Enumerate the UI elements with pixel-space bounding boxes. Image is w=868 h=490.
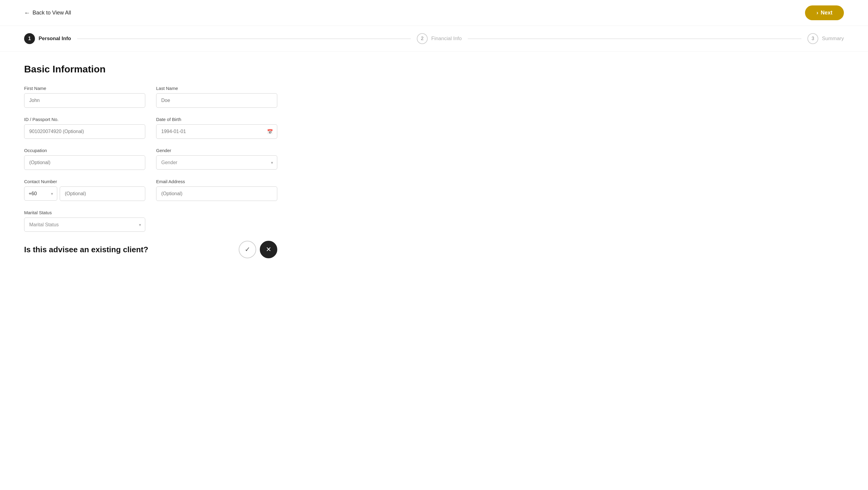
phone-group: +60 +1 +44 ▾ [24,186,145,201]
first-name-label: First Name [24,86,145,91]
phone-code-wrapper: +60 +1 +44 ▾ [24,186,57,201]
existing-client-question: Is this advisee an existing client? [24,245,148,254]
dob-label: Date of Birth [156,117,277,122]
back-label: Back to View All [33,10,71,16]
gender-select-wrapper: Gender Male Female ▾ [156,155,277,170]
section-title: Basic Information [24,64,277,75]
last-name-label: Last Name [156,86,277,91]
step-2-label: Financial Info [431,36,462,41]
close-icon: ✕ [266,246,271,254]
first-name-group: First Name [24,86,145,108]
contact-number-label: Contact Number [24,179,145,184]
email-label: Email Address [156,179,277,184]
occupation-input[interactable] [24,155,145,170]
no-button[interactable]: ✕ [260,241,277,258]
step-1[interactable]: 1 Personal Info [24,33,71,44]
placeholder-group [156,210,277,232]
step-1-circle: 1 [24,33,35,44]
gender-label: Gender [156,148,277,153]
next-button[interactable]: › Next [805,5,844,20]
email-input[interactable] [156,186,277,201]
checkmark-icon: ✓ [245,246,250,254]
first-name-input[interactable] [24,93,145,108]
step-2[interactable]: 2 Financial Info [417,33,462,44]
existing-client-row: Is this advisee an existing client? ✓ ✕ [24,241,277,258]
gender-select[interactable]: Gender Male Female [156,155,277,170]
last-name-group: Last Name [156,86,277,108]
yes-button[interactable]: ✓ [239,241,256,258]
dob-input-wrapper: 📅 [156,124,277,139]
id-passport-input[interactable] [24,124,145,139]
back-arrow-icon: ← [24,9,30,16]
calendar-icon: 📅 [267,129,273,135]
last-name-input[interactable] [156,93,277,108]
contact-number-group: Contact Number +60 +1 +44 ▾ [24,179,145,201]
next-icon: › [816,10,818,16]
marital-status-label: Marital Status [24,210,145,215]
answer-buttons: ✓ ✕ [239,241,277,258]
marital-status-select[interactable]: Marital Status Single Married Divorced W… [24,218,145,232]
form-row-name: First Name Last Name [24,86,277,108]
step-3-label: Summary [822,36,844,41]
next-label: Next [821,10,832,16]
form-row-contact-email: Contact Number +60 +1 +44 ▾ Email Addres… [24,179,277,201]
back-link[interactable]: ← Back to View All [24,9,71,16]
marital-status-select-wrapper: Marital Status Single Married Divorced W… [24,218,145,232]
id-passport-group: ID / Passport No. [24,117,145,139]
header: ← Back to View All › Next [0,0,868,26]
step-1-label: Personal Info [38,36,71,41]
step-3[interactable]: 3 Summary [807,33,844,44]
occupation-label: Occupation [24,148,145,153]
stepper: 1 Personal Info 2 Financial Info 3 Summa… [0,26,868,52]
main-content: Basic Information First Name Last Name I… [0,52,301,282]
form-row-id-dob: ID / Passport No. Date of Birth 📅 [24,117,277,139]
id-passport-label: ID / Passport No. [24,117,145,122]
phone-number-input[interactable] [60,186,145,201]
dob-input[interactable] [156,124,277,139]
email-group: Email Address [156,179,277,201]
marital-status-group: Marital Status Marital Status Single Mar… [24,210,145,232]
dob-group: Date of Birth 📅 [156,117,277,139]
gender-group: Gender Gender Male Female ▾ [156,148,277,170]
occupation-group: Occupation [24,148,145,170]
step-2-circle: 2 [417,33,428,44]
step-3-circle: 3 [807,33,818,44]
form-row-occupation-gender: Occupation Gender Gender Male Female ▾ [24,148,277,170]
phone-code-select[interactable]: +60 +1 +44 [24,186,57,201]
form-row-marital: Marital Status Marital Status Single Mar… [24,210,277,232]
